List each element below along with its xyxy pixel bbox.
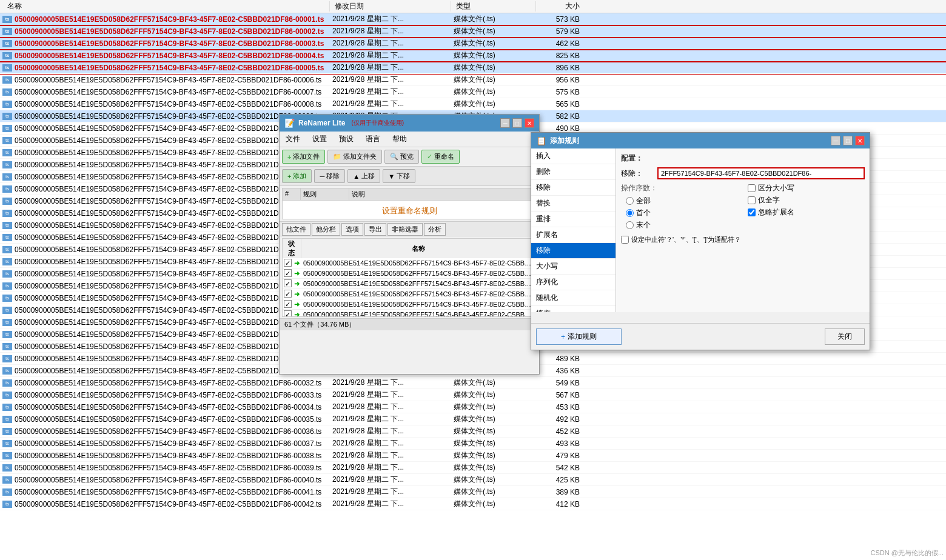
rule-type-item[interactable]: 移除 bbox=[531, 180, 616, 196]
file-row[interactable]: ts 05000900005BE514E19E5D058D62FFF57154C… bbox=[0, 50, 946, 62]
file-row[interactable]: ts 05000900005BE514E19E5D058D62FFF57154C… bbox=[0, 438, 946, 450]
file-name: 05000900005BE514E19E5D058D62FFF57154C9-B… bbox=[15, 148, 321, 157]
add-folder-button[interactable]: 📁 添加文件夹 bbox=[327, 150, 382, 164]
file-name: 05000900005BE514E19E5D058D62FFF57154C9-B… bbox=[15, 15, 324, 24]
file-row[interactable]: ts 05000900005BE514E19E5D058D62FFF57154C… bbox=[0, 25, 946, 38]
tab-analyze[interactable]: 分析 bbox=[424, 223, 446, 236]
radio-first[interactable]: 首个 bbox=[626, 208, 738, 218]
wildcard-checkbox[interactable] bbox=[621, 236, 629, 244]
renamer-list-item[interactable]: ✓ ➜ 05000900005BE514E19E5D058D62FFF57154… bbox=[283, 268, 536, 279]
rule-type-item[interactable]: 大小写 bbox=[531, 259, 616, 275]
rule-up-button[interactable]: ▲ 上移 bbox=[347, 169, 380, 183]
cb-whole-word[interactable]: 仅全字 bbox=[748, 195, 865, 205]
maximize-button[interactable]: □ bbox=[512, 118, 522, 128]
file-row[interactable]: ts 05000900005BE514E19E5D058D62FFF57154C… bbox=[0, 38, 946, 50]
trial-badge: (仅用于非商业使用) bbox=[351, 119, 404, 127]
dialog-footer: + 添加规则 关闭 bbox=[531, 323, 870, 350]
file-row[interactable]: ts 05000900005BE514E19E5D058D62FFF57154C… bbox=[0, 62, 946, 74]
file-name: 05000900005BE514E19E5D058D62FFF57154C9-B… bbox=[15, 464, 321, 472]
renamer-file-name: 05000900005BE514E19E5D058D62FFF57154C9-B… bbox=[301, 279, 536, 289]
preview-button[interactable]: 🔍 预览 bbox=[384, 150, 419, 164]
file-row[interactable]: ts 05000900005BE514E19E5D058D62FFF57154C… bbox=[0, 13, 946, 25]
cb-case-sensitive[interactable]: 区分大小写 bbox=[748, 183, 865, 193]
rule-type-item[interactable]: 替换 bbox=[531, 196, 616, 212]
add-rule-button[interactable]: + 添加规则 bbox=[536, 328, 622, 345]
col-header-size[interactable]: 大小 bbox=[536, 1, 585, 12]
minimize-button[interactable]: ─ bbox=[500, 118, 510, 128]
menu-file[interactable]: 文件 bbox=[282, 133, 304, 145]
rule-type-item[interactable]: 删除 bbox=[531, 164, 616, 180]
menu-language[interactable]: 语言 bbox=[362, 133, 384, 145]
cb-ignore-ext[interactable]: 忽略扩展名 bbox=[748, 207, 865, 218]
file-row[interactable]: ts 05000900005BE514E19E5D058D62FFF57154C… bbox=[0, 413, 946, 425]
rule-add-button[interactable]: + 添加 bbox=[282, 169, 312, 183]
arrow-icon: ➜ bbox=[294, 259, 300, 267]
rule-down-button[interactable]: ▼ 下移 bbox=[383, 169, 415, 183]
file-icon: ts bbox=[2, 88, 12, 96]
remove-input[interactable] bbox=[657, 167, 865, 179]
rule-remove-button[interactable]: ─ 移除 bbox=[314, 169, 345, 183]
rename-button[interactable]: ✓ 重命名 bbox=[421, 150, 460, 164]
col-name-header: 名称 bbox=[301, 239, 536, 258]
menu-preset[interactable]: 预设 bbox=[335, 133, 357, 145]
file-row[interactable]: ts 05000900005BE514E19E5D058D62FFF57154C… bbox=[0, 486, 946, 498]
renamer-file-name: 05000900005BE514E19E5D058D62FFF57154C9-B… bbox=[301, 289, 536, 299]
tab-split[interactable]: 他分栏 bbox=[312, 223, 340, 236]
renamer-file-name: 05000900005BE514E19E5D058D62FFF57154C9-B… bbox=[301, 268, 536, 279]
file-row[interactable]: ts 05000900005BE514E19E5D058D62FFF57154C… bbox=[0, 425, 946, 438]
dialog-maximize-button[interactable]: □ bbox=[843, 136, 853, 145]
file-row[interactable]: ts 05000900005BE514E19E5D058D62FFF57154C… bbox=[0, 462, 946, 474]
window-controls: ─ □ ✕ bbox=[500, 118, 534, 128]
rule-type-item[interactable]: 随机化 bbox=[531, 290, 616, 306]
radio-all[interactable]: 全部 bbox=[626, 196, 738, 206]
renamer-list-item[interactable]: ✓ ➜ 05000900005BE514E19E5D058D62FFF57154… bbox=[283, 299, 536, 310]
file-name: 05000900005BE514E19E5D058D62FFF57154C9-B… bbox=[15, 355, 321, 363]
renamer-file-list[interactable]: 状态 名称 ✓ ➜ 05000900005BE514E19E5D058D62FF… bbox=[282, 238, 537, 317]
renamer-list-item[interactable]: ✓ ➜ 05000900005BE514E19E5D058D62FFF57154… bbox=[283, 289, 536, 299]
col-header-name[interactable]: 名称 bbox=[2, 1, 330, 12]
file-row[interactable]: ts 05000900005BE514E19E5D058D62FFF57154C… bbox=[0, 401, 946, 413]
close-dialog-button[interactable]: 关闭 bbox=[825, 328, 865, 345]
file-row[interactable]: ts 05000900005BE514E19E5D058D62FFF57154C… bbox=[0, 450, 946, 462]
tab-other-files[interactable]: 他文件 bbox=[282, 223, 310, 236]
col-header-type[interactable]: 类型 bbox=[451, 1, 536, 12]
close-button[interactable]: ✕ bbox=[525, 118, 534, 128]
rule-type-item[interactable]: 重排 bbox=[531, 212, 616, 227]
add-file-icon: + bbox=[287, 153, 291, 161]
remove-label: 移除： bbox=[621, 168, 657, 179]
rule-type-item[interactable]: 填充 bbox=[531, 306, 616, 312]
file-name: 05000900005BE514E19E5D058D62FFF57154C9-B… bbox=[15, 76, 321, 84]
file-icon: ts bbox=[2, 343, 12, 350]
file-row[interactable]: ts 05000900005BE514E19E5D058D62FFF57154C… bbox=[0, 98, 946, 110]
rule-type-item[interactable]: 插入 bbox=[531, 148, 616, 164]
menu-settings[interactable]: 设置 bbox=[309, 133, 330, 145]
file-name: 05000900005BE514E19E5D058D62FFF57154C9-B… bbox=[15, 197, 321, 205]
file-row[interactable]: ts 05000900005BE514E19E5D058D62FFF57154C… bbox=[0, 474, 946, 486]
radio-last[interactable]: 末个 bbox=[626, 220, 738, 230]
config-label: 配置： bbox=[621, 153, 865, 164]
file-name: 05000900005BE514E19E5D058D62FFF57154C9-B… bbox=[15, 318, 321, 327]
file-icon: ts bbox=[2, 210, 12, 217]
rule-type-item[interactable]: 序列化 bbox=[531, 275, 616, 290]
add-file-button[interactable]: + 添加文件 bbox=[282, 150, 325, 164]
renamer-list-item[interactable]: ✓ ➜ 05000900005BE514E19E5D058D62FFF57154… bbox=[283, 258, 536, 268]
file-row[interactable]: ts 05000900005BE514E19E5D058D62FFF57154C… bbox=[0, 498, 946, 510]
tab-filter[interactable]: 非筛选器 bbox=[387, 223, 423, 236]
dialog-close-button[interactable]: ✕ bbox=[855, 136, 865, 145]
renamer-list-item[interactable]: ✓ ➜ 05000900005BE514E19E5D058D62FFF57154… bbox=[283, 310, 536, 318]
renamer-list-item[interactable]: ✓ ➜ 05000900005BE514E19E5D058D62FFF57154… bbox=[283, 279, 536, 289]
col-header-date[interactable]: 修改日期 bbox=[330, 1, 451, 12]
file-row[interactable]: ts 05000900005BE514E19E5D058D62FFF57154C… bbox=[0, 86, 946, 98]
menu-help[interactable]: 帮助 bbox=[389, 133, 411, 145]
file-row[interactable]: ts 05000900005BE514E19E5D058D62FFF57154C… bbox=[0, 377, 946, 389]
rule-type-item[interactable]: 移除 bbox=[531, 243, 616, 259]
file-icon: ts bbox=[2, 367, 12, 375]
tab-export[interactable]: 导出 bbox=[364, 223, 386, 236]
rule-type-item[interactable]: 扩展名 bbox=[531, 227, 616, 243]
tab-options[interactable]: 选项 bbox=[341, 223, 363, 236]
dialog-minimize-button[interactable]: ─ bbox=[831, 136, 840, 145]
file-row[interactable]: ts 05000900005BE514E19E5D058D62FFF57154C… bbox=[0, 74, 946, 86]
renamer-file-name: 05000900005BE514E19E5D058D62FFF57154C9-B… bbox=[301, 258, 536, 268]
file-row[interactable]: ts 05000900005BE514E19E5D058D62FFF57154C… bbox=[0, 389, 946, 401]
arrow-icon: ➜ bbox=[294, 270, 300, 277]
